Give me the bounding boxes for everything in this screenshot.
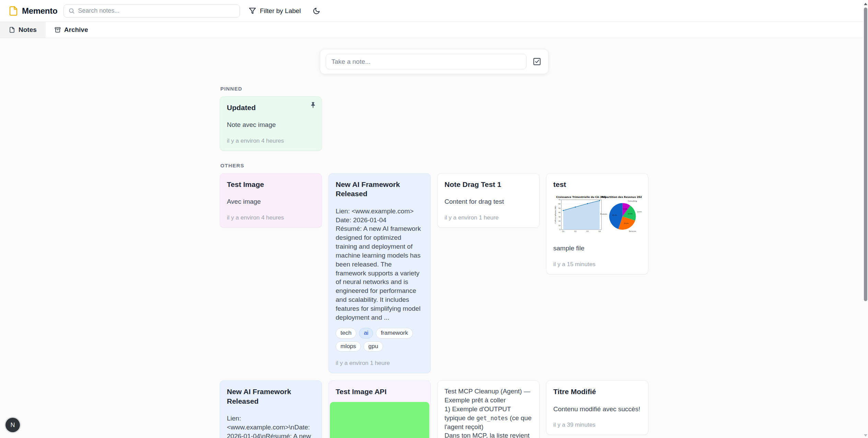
dark-mode-toggle[interactable] — [313, 7, 320, 15]
note-timestamp: il y a environ 1 heure — [444, 214, 532, 221]
svg-text:20.0%: 20.0% — [628, 213, 633, 215]
tag-mlops[interactable]: mlops — [336, 341, 361, 352]
note-content: Test MCP Cleanup (Agent) — Exemple prêt … — [444, 387, 532, 438]
notes-board: PINNED Updated Note avec image il y a en… — [220, 86, 648, 438]
tag-tech[interactable]: tech — [336, 328, 356, 338]
note-card-mcp-cleanup[interactable]: Test MCP Cleanup (Agent) — Exemple prêt … — [437, 380, 540, 438]
take-a-note-input[interactable] — [332, 58, 521, 66]
others-section-label: OTHERS — [220, 163, 648, 168]
note-content: Lien: <www.example.com>\nDate: 2026-01-0… — [227, 414, 315, 438]
app-header: Memento Filter by Label — [0, 0, 868, 22]
moon-icon — [313, 7, 320, 15]
note-timestamp: il y a environ 4 heures — [227, 214, 315, 221]
tab-archive-label: Archive — [64, 26, 88, 34]
archive-box-icon — [55, 27, 61, 33]
note-content: Content for drag test — [444, 197, 532, 206]
pin-button[interactable] — [310, 102, 317, 109]
note-content: Lien: <www.example.com> Date: 2026-01-04… — [336, 207, 424, 322]
note-card-drag-test[interactable]: Note Drag Test 1 Content for drag test i… — [437, 173, 540, 228]
note-title: Updated — [227, 103, 315, 112]
scrollbar-thumb[interactable] — [864, 8, 867, 301]
attached-charts-image: Croissance Trimestrielle du CA (M€) 0 10… — [553, 194, 641, 237]
svg-text:70: 70 — [558, 199, 560, 201]
svg-text:10.0%: 10.0% — [623, 208, 627, 210]
svg-text:Q1: Q1 — [562, 230, 565, 232]
svg-text:Produits: Produits — [600, 213, 607, 215]
scroll-down-arrow[interactable] — [864, 434, 867, 437]
pushpin-icon — [310, 102, 317, 109]
filter-by-label-button[interactable]: Filter by Label — [249, 7, 301, 15]
svg-text:60: 60 — [558, 203, 560, 205]
note-content: sample file — [553, 244, 641, 253]
svg-text:Q3: Q3 — [586, 230, 589, 232]
tag-framework[interactable]: framework — [376, 328, 413, 338]
tab-bar: Notes Archive — [0, 22, 868, 38]
note-card-test-image-api[interactable]: Test Image API — [328, 380, 431, 438]
note-card-new-ai-framework-1[interactable]: New AI Framework Released Lien: <www.exa… — [328, 173, 431, 373]
avatar-initial: N — [11, 422, 15, 429]
search-input[interactable] — [75, 7, 240, 14]
search-box[interactable] — [63, 4, 240, 17]
line-chart-title: Croissance Trimestrielle du CA (M€) — [556, 196, 606, 199]
note-title: New AI Framework Released — [336, 180, 424, 199]
note-title: test — [553, 180, 641, 189]
vertical-scrollbar[interactable] — [863, 0, 868, 438]
note-timestamp: il y a environ 1 heure — [336, 360, 424, 367]
take-a-note-field[interactable] — [326, 54, 526, 69]
svg-text:30: 30 — [558, 216, 560, 218]
svg-text:Q4: Q4 — [599, 230, 601, 232]
note-content: Contenu modifié avec succès! — [553, 405, 641, 414]
pie-chart-title: Répartition des Revenus 2024 — [601, 196, 642, 199]
note-title: Test Image — [227, 180, 315, 189]
note-title: Titre Modifié — [553, 387, 641, 396]
tag-gpu[interactable]: gpu — [363, 341, 383, 352]
note-content: Note avec image — [227, 120, 315, 129]
tag-ai[interactable]: ai — [359, 328, 373, 338]
note-card-new-ai-framework-2[interactable]: New AI Framework Released Lien: <www.exa… — [220, 380, 322, 438]
app-logo: Memento — [8, 6, 57, 16]
note-composer — [320, 49, 548, 74]
svg-text:25.0%: 25.0% — [624, 223, 628, 225]
note-card-test-image[interactable]: Test Image Avec image il y a environ 4 h… — [220, 173, 322, 228]
note-title: Test Image API — [336, 387, 424, 396]
line-chart-ylabel: Chiffre d'affaires (M€) — [555, 206, 556, 224]
svg-text:Services: Services — [629, 230, 636, 233]
note-title: New AI Framework Released — [227, 387, 315, 406]
others-grid: Test Image Avec image il y a environ 4 h… — [220, 173, 648, 438]
note-title: Note Drag Test 1 — [444, 180, 532, 189]
svg-text:50: 50 — [558, 208, 560, 209]
tab-archive[interactable]: Archive — [46, 22, 97, 38]
note-timestamp: il y a 39 minutes — [553, 422, 641, 428]
user-avatar[interactable]: N — [5, 418, 20, 432]
inline-code: get_notes — [476, 415, 508, 422]
svg-text:Q2: Q2 — [574, 230, 577, 232]
svg-text:0: 0 — [559, 229, 560, 231]
attached-green-image — [330, 402, 429, 438]
svg-text:40: 40 — [558, 212, 560, 214]
note-card-titre-modifie[interactable]: Titre Modifié Contenu modifié avec succè… — [546, 380, 648, 435]
tab-notes[interactable]: Notes — [0, 22, 46, 38]
filter-by-label-text: Filter by Label — [260, 7, 301, 15]
memento-file-icon — [8, 6, 19, 16]
svg-text:45.0%: 45.0% — [612, 214, 617, 216]
note-card-updated[interactable]: Updated Note avec image il y a environ 4… — [220, 96, 322, 151]
note-card-test-charts[interactable]: test Croissance Trimestrielle du CA (M€)… — [546, 173, 648, 274]
note-timestamp: il y a 15 minutes — [553, 261, 641, 268]
checkbox-icon — [533, 57, 541, 66]
tag-list: tech ai framework mlops gpu — [336, 328, 424, 352]
note-file-icon — [9, 27, 15, 33]
new-checklist-button[interactable] — [531, 56, 543, 67]
note-timestamp: il y a environ 4 heures — [227, 138, 315, 144]
pinned-grid: Updated Note avec image il y a environ 4… — [220, 96, 648, 151]
svg-text:Licences: Licences — [637, 211, 642, 213]
svg-text:20: 20 — [558, 221, 560, 222]
note-content: Avec image — [227, 197, 315, 206]
svg-text:10: 10 — [558, 225, 560, 226]
app-title: Memento — [22, 6, 57, 16]
tab-notes-label: Notes — [19, 26, 37, 34]
pinned-section-label: PINNED — [220, 86, 648, 92]
scroll-up-arrow[interactable] — [864, 3, 867, 5]
search-icon — [64, 8, 75, 14]
svg-text:Consulting: Consulting — [628, 200, 637, 202]
funnel-icon — [249, 7, 256, 14]
